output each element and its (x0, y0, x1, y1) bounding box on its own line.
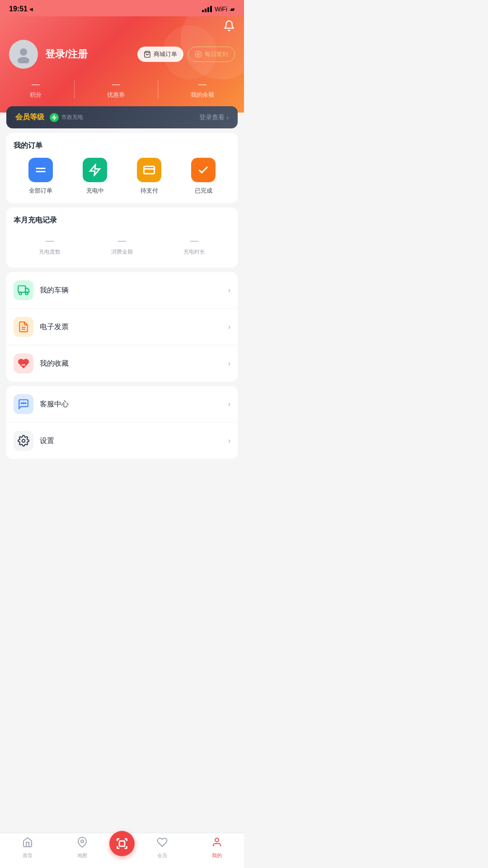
status-icons: WiFi ▰ (202, 5, 235, 13)
brand-name: 市政充电 (61, 113, 83, 121)
settings-chevron: › (228, 437, 230, 445)
header-section: 登录/注册 商城订单 每日签到 — 积分 — 优惠券 — 我的余额 (0, 16, 244, 113)
vehicle-chevron: › (228, 286, 230, 294)
stat-coupon: — 优惠券 (107, 80, 125, 99)
order-charging-label: 充电中 (86, 187, 104, 195)
svg-marker-12 (25, 288, 29, 292)
support-chevron: › (228, 400, 230, 408)
orders-title: 我的订单 (14, 141, 230, 151)
stat-divider-2 (158, 80, 158, 99)
stat-points: — 积分 (30, 80, 42, 99)
monthly-kwh: — 充电度数 (39, 236, 61, 256)
invoice-label: 电子发票 (40, 322, 69, 332)
brand-icon (50, 113, 59, 122)
menu-vehicle[interactable]: 我的车辆 › (6, 272, 238, 309)
stats-row: — 积分 — 优惠券 — 我的余额 (9, 80, 235, 99)
login-text[interactable]: 登录/注册 (45, 47, 88, 61)
wifi-icon: WiFi (215, 5, 227, 13)
order-done-label: 已完成 (195, 187, 212, 195)
stat-divider-1 (74, 80, 75, 99)
status-time: 19:51 (9, 5, 28, 13)
battery-icon: ▰ (230, 5, 235, 13)
member-login-view[interactable]: 登录查看 › (199, 113, 229, 122)
stat-balance: — 我的余额 (191, 80, 214, 99)
vehicle-icon (14, 280, 33, 300)
invoice-icon (14, 317, 33, 337)
svg-point-13 (19, 292, 21, 294)
member-brand: 市政充电 (50, 113, 83, 122)
monthly-card: 本月充电记录 — 充电度数 — 消费金额 — 充电时长 (6, 208, 238, 268)
svg-rect-11 (18, 286, 25, 292)
svg-point-4 (197, 53, 199, 55)
menu-settings[interactable]: 设置 › (6, 423, 238, 459)
svg-rect-9 (144, 166, 154, 174)
status-bar: 19:51 ◂ WiFi ▰ (0, 0, 244, 16)
notification-row (9, 16, 235, 40)
order-pending-icon (137, 158, 161, 182)
member-title: 会员等级 (15, 113, 44, 122)
svg-point-20 (21, 403, 22, 404)
menu-group-1: 我的车辆 › 电子发票 › 我的收藏 › (6, 272, 238, 382)
svg-point-22 (22, 439, 25, 443)
checkin-button[interactable]: 每日签到 (188, 47, 235, 62)
favorites-chevron: › (228, 359, 230, 368)
order-icons: 全部订单 充电中 待支付 已完成 (14, 158, 230, 195)
svg-point-0 (20, 48, 27, 56)
avatar[interactable] (9, 40, 38, 69)
header-buttons: 商城订单 每日签到 (137, 47, 235, 62)
svg-point-3 (195, 51, 201, 57)
svg-marker-8 (90, 165, 100, 175)
order-pending[interactable]: 待支付 (137, 158, 161, 195)
support-label: 客服中心 (40, 400, 69, 409)
order-charging[interactable]: 充电中 (83, 158, 107, 195)
monthly-cost: — 消费金额 (111, 236, 133, 256)
notification-button[interactable] (223, 20, 235, 34)
order-pending-label: 待支付 (141, 187, 158, 195)
order-charging-icon (83, 158, 107, 182)
favorites-label: 我的收藏 (40, 359, 69, 368)
menu-favorites[interactable]: 我的收藏 › (6, 345, 238, 382)
settings-icon (14, 431, 33, 451)
orders-card: 我的订单 全部订单 充电中 待支付 已完成 (6, 133, 238, 203)
menu-group-2: 客服中心 › 设置 › (6, 386, 238, 459)
svg-point-21 (25, 403, 26, 404)
support-icon (14, 394, 33, 414)
signal-bars (202, 6, 212, 12)
order-all-icon (28, 158, 53, 182)
invoice-chevron: › (228, 323, 230, 331)
menu-invoice[interactable]: 电子发票 › (6, 309, 238, 345)
monthly-duration: — 充电时长 (183, 236, 205, 256)
order-done[interactable]: 已完成 (191, 158, 216, 195)
monthly-title: 本月充电记录 (14, 216, 230, 225)
member-card[interactable]: 会员等级 市政充电 登录查看 › (6, 106, 238, 128)
profile-row: 登录/注册 商城订单 每日签到 (9, 40, 235, 69)
location-icon: ◂ (29, 5, 33, 13)
favorites-icon (14, 354, 33, 373)
order-all-label: 全部订单 (29, 187, 52, 195)
svg-point-14 (25, 292, 28, 294)
order-done-icon (191, 158, 216, 182)
order-all[interactable]: 全部订单 (28, 158, 53, 195)
vehicle-label: 我的车辆 (40, 286, 69, 295)
svg-point-1 (18, 57, 29, 63)
settings-label: 设置 (40, 436, 54, 446)
shop-order-button[interactable]: 商城订单 (137, 47, 183, 62)
menu-support[interactable]: 客服中心 › (6, 386, 238, 423)
monthly-stats: — 充电度数 — 消费金额 — 充电时长 (14, 232, 230, 259)
svg-marker-5 (52, 115, 56, 120)
svg-point-19 (23, 403, 24, 404)
svg-rect-18 (22, 364, 26, 365)
